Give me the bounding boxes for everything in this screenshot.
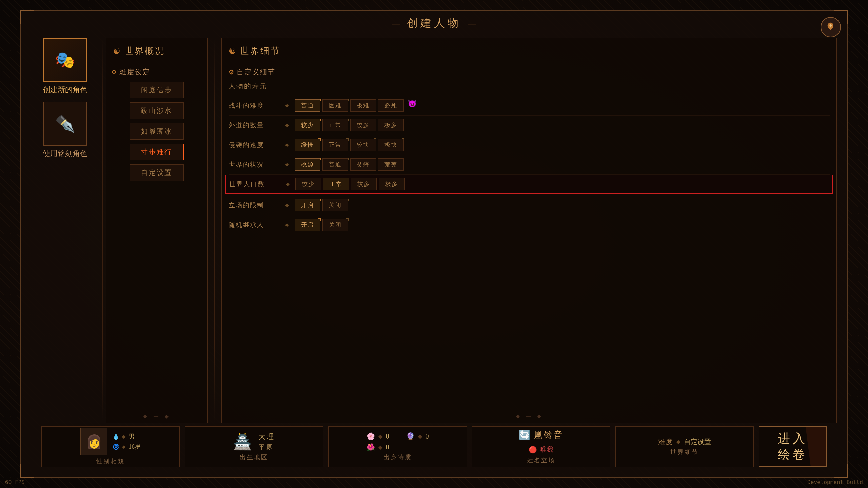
world-state-opt-paradise[interactable]: 桃源	[295, 158, 320, 171]
age-row: 🌀 ◆ 16岁	[113, 443, 141, 451]
left-sidebar: 🎭 创建新的角色 ✒️ 使用铭刻角色	[31, 38, 99, 159]
back-button[interactable]	[821, 17, 841, 37]
traits-card[interactable]: 🌸 ◆ 0 🔮 ◆ 0 🌺 ◆ 0 出身特质	[328, 426, 467, 467]
world-state-opt-normal[interactable]: 普通	[322, 158, 348, 171]
world-state-opt-barren[interactable]: 贫瘠	[350, 158, 376, 171]
custom-header-text: 自定义细节	[237, 67, 276, 77]
gender-icon: 💧	[113, 433, 119, 440]
character-card[interactable]: 👩 💧 ◆ 男 🌀 ◆ 16岁 性别相貌	[41, 426, 180, 467]
setting-heretic: 外道的数量 ◆ 较少 正常 较多 极多	[229, 116, 830, 135]
name-card[interactable]: 🔄 凰铃音 🔴 唯我 姓名立场	[472, 426, 610, 467]
trait-sep3: ◆	[378, 444, 382, 450]
setting-battle: 战斗的难度 ◆ 普通 困难 极难 必死 😈	[229, 96, 830, 116]
skull-icon: 😈	[408, 99, 417, 112]
battle-opt-death[interactable]: 必死	[378, 99, 404, 112]
engraved-icon-box: ✒️	[43, 102, 87, 146]
world-state-opt-wasteland[interactable]: 荒芜	[378, 158, 404, 171]
diff-btn-leisure[interactable]: 闲庭信步	[130, 82, 184, 98]
invasion-opt-slow[interactable]: 缓慢	[295, 139, 320, 151]
heir-label: 随机继承人	[229, 221, 279, 229]
dev-build: Development Build	[807, 479, 863, 485]
battle-options: 普通 困难 极难 必死 😈	[295, 99, 417, 112]
fps-counter: 60 FPS	[5, 479, 25, 485]
pop-opt-normal[interactable]: 正常	[323, 178, 349, 190]
population-label: 世界人口数	[229, 180, 280, 189]
name-content: 🔄 凰铃音 🔴 唯我	[476, 429, 607, 454]
character-label: 性别相貌	[96, 457, 125, 465]
custom-header: ⚙ 自定义细节	[229, 67, 830, 77]
faction-opt-on[interactable]: 开启	[295, 199, 320, 211]
spin-icon: 🔄	[519, 429, 531, 441]
trait-sep1: ◆	[378, 433, 382, 440]
heretic-opt-normal[interactable]: 正常	[322, 119, 348, 131]
diff-btn-tiptoe[interactable]: 如履薄冰	[130, 123, 184, 140]
pop-opt-few[interactable]: 较少	[295, 178, 321, 190]
faction-opt-off[interactable]: 关闭	[322, 199, 348, 211]
trait-icon2: 🔮	[406, 432, 415, 440]
battle-opt-extreme[interactable]: 极难	[350, 99, 376, 112]
create-icon: 🎭	[55, 50, 75, 69]
custom-section: ⚙ 自定义细节 人物的寿元 战斗的难度 ◆ 普通 困难 极难 必死 😈	[222, 62, 836, 240]
left-panel: ☯ 世界概况 ⚙ 难度设定 闲庭信步 跋山涉水 如履薄冰 寸步难行 自定设置 ◆…	[106, 38, 208, 423]
enter-text: 进入 绘卷	[778, 431, 808, 463]
battle-label: 战斗的难度	[229, 101, 279, 110]
pop-opt-many[interactable]: 较多	[351, 178, 377, 190]
create-label: 创建新的角色	[43, 85, 87, 95]
trait-val3: 0	[386, 443, 389, 451]
world-diff-card[interactable]: 难度 ◆ 自定设置 世界细节	[615, 426, 754, 467]
trait-icon3: 🌺	[367, 443, 375, 451]
battle-opt-hard[interactable]: 困难	[322, 99, 348, 112]
diff-btn-custom[interactable]: 自定设置	[130, 164, 184, 181]
diff-card-sub: 世界细节	[658, 448, 711, 456]
invasion-label: 侵袭的速度	[229, 141, 279, 149]
invasion-opt-fast[interactable]: 较快	[350, 139, 376, 151]
setting-faction: 立场的限制 ◆ 开启 关闭	[229, 196, 830, 215]
custom-icon: ⚙	[229, 68, 234, 76]
char-info: 💧 ◆ 男 🌀 ◆ 16岁	[113, 432, 141, 451]
world-overview-icon: ☯	[113, 46, 120, 56]
heretic-opt-many[interactable]: 较多	[350, 119, 376, 131]
faction-options: 开启 关闭	[295, 199, 348, 211]
traits-row2: 🌺 ◆ 0	[367, 443, 429, 451]
main-frame: — 创建人物 — 🎭 创建新的角色 ✒️ 使用铭刻角色	[20, 10, 848, 478]
location-terrain: 平原	[259, 443, 275, 451]
battle-dot: ◆	[285, 103, 289, 108]
heretic-label: 外道的数量	[229, 121, 279, 130]
heir-opt-off[interactable]: 关闭	[322, 219, 348, 231]
invasion-opt-normal[interactable]: 正常	[322, 139, 348, 151]
diff-btn-mountain[interactable]: 跋山涉水	[130, 102, 184, 119]
right-panel: ☯ 世界细节 ⚙ 自定义细节 人物的寿元 战斗的难度 ◆ 普通 困难 极难	[221, 38, 837, 423]
enter-button[interactable]: 进入 绘卷	[759, 426, 827, 467]
heretic-opt-extreme[interactable]: 极多	[378, 119, 404, 131]
location-card[interactable]: 🏯 大理 平原 出生地区	[185, 426, 323, 467]
battle-opt-normal[interactable]: 普通	[295, 99, 320, 112]
setting-heir: 随机继承人 ◆ 开启 关闭	[229, 215, 830, 235]
traits-content: 🌸 ◆ 0 🔮 ◆ 0 🌺 ◆ 0	[332, 432, 463, 451]
invasion-opt-extreme[interactable]: 极快	[378, 139, 404, 151]
pop-opt-extreme[interactable]: 极多	[379, 178, 405, 190]
heir-opt-on[interactable]: 开启	[295, 219, 320, 231]
diff-btn-hard[interactable]: 寸步难行	[130, 144, 184, 160]
diff-card-label: 难度	[658, 437, 673, 446]
trait-val1: 0	[386, 432, 389, 440]
engraved-label: 使用铭刻角色	[43, 148, 87, 159]
difficulty-section: ⚙ 难度设定 闲庭信步 跋山涉水 如履薄冰 寸步难行 自定设置	[106, 62, 207, 190]
trait-icon1: 🌸	[367, 432, 375, 440]
create-icon-box: 🎭	[43, 38, 87, 82]
location-name: 大理	[259, 432, 275, 441]
corner-bl	[20, 464, 34, 478]
diff-card-content: 难度 ◆ 自定设置 世界细节	[658, 437, 711, 456]
left-panel-title: 世界概况	[124, 45, 165, 57]
sidebar-divider	[102, 38, 103, 421]
heretic-opt-few[interactable]: 较少	[295, 119, 320, 131]
trait-sep2: ◆	[418, 433, 422, 440]
traits-row1: 🌸 ◆ 0 🔮 ◆ 0	[367, 432, 429, 440]
left-panel-header: ☯ 世界概况	[106, 38, 207, 62]
heir-dot: ◆	[285, 222, 289, 228]
corner-br	[834, 464, 848, 478]
sidebar-item-create[interactable]: 🎭 创建新的角色	[35, 38, 96, 95]
sidebar-item-engraved[interactable]: ✒️ 使用铭刻角色	[35, 102, 96, 159]
right-panel-title: 世界细节	[240, 45, 281, 57]
traits-label: 出身特质	[383, 453, 412, 461]
setting-world-state: 世界的状况 ◆ 桃源 普通 贫瘠 荒芜	[229, 155, 830, 175]
